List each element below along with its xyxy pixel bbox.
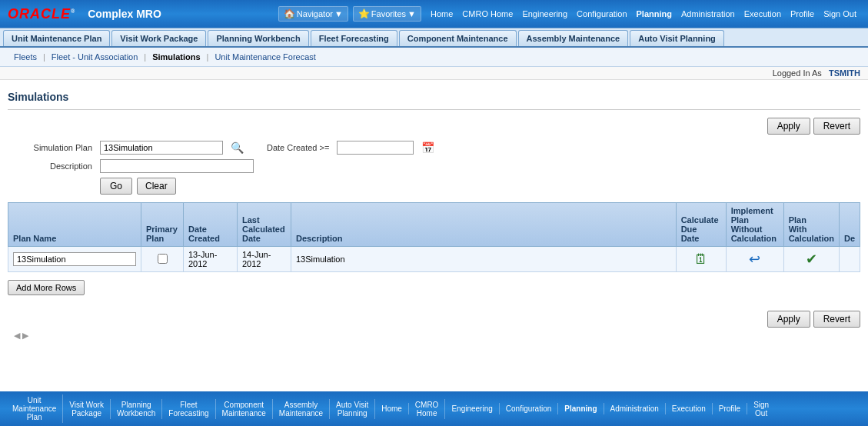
implement-without-icon[interactable]: ↩ [749,251,760,268]
tab-planning-workbench[interactable]: Planning Workbench [208,30,308,46]
simulations-table: Plan Name Primary Plan Date Created Last… [8,202,860,272]
col-description: Description [291,203,677,247]
table-header-row: Plan Name Primary Plan Date Created Last… [8,203,860,247]
go-button[interactable]: Go [100,178,132,195]
date-created-input[interactable] [337,141,414,155]
nav-profile[interactable]: Profile [787,8,818,20]
table-row: 13-Jun-2012 14-Jun-2012 13Simulation 🗓 ↩… [8,247,860,272]
search-buttons: Go Clear [8,178,860,195]
search-row-description: Description [8,159,860,173]
nav-administration[interactable]: Administration [677,8,739,20]
cell-last-calculated: 14-Jun-2012 [238,247,291,272]
apply-button-bottom[interactable]: Apply [767,311,810,328]
cell-de [839,247,860,272]
nav-engineering[interactable]: Engineering [518,8,571,20]
clear-button[interactable]: Clear [137,178,176,195]
revert-button-top[interactable]: Revert [813,118,860,135]
logged-in-user[interactable]: TSMITH [829,68,860,78]
sub-nav-unit-maintenance-forecast[interactable]: Unit Maintenance Forecast [208,51,321,63]
col-plan-name: Plan Name [8,203,141,247]
nav-sign-out[interactable]: Sign Out [820,8,860,20]
simulation-plan-label: Simulation Plan [8,143,92,152]
nav-cmro-home[interactable]: CMRO Home [458,8,517,20]
page-title: Simulations [8,88,860,110]
nav-execution[interactable]: Execution [740,8,785,20]
nav-planning[interactable]: Planning [633,8,676,20]
primary-plan-checkbox[interactable] [158,254,168,264]
logged-in-bar: Logged In As TSMITH [0,67,868,80]
date-created-label: Date Created >= [267,143,329,152]
implement-with-icon[interactable]: ✔ [806,251,817,268]
scroll-hint: ◀ ▶ [8,328,860,344]
tab-fleet-forecasting[interactable]: Fleet Forecasting [311,30,397,46]
tab-visit-work-package[interactable]: Visit Work Package [111,30,206,46]
revert-button-bottom[interactable]: Revert [813,311,860,328]
nav-home[interactable]: Home [427,8,457,20]
bottom-actions: Apply Revert [8,311,860,328]
search-row-plan: Simulation Plan 🔍 Date Created >= 📅 [8,141,860,155]
logged-in-label: Logged In As [773,68,822,78]
tab-bar: Unit Maintenance Plan Visit Work Package… [0,28,868,48]
cell-description: 13Simulation [291,247,677,272]
cell-impl-with: ✔ [783,247,839,272]
top-nav-menu: 🏠 Navigator ▼ ⭐ Favorites ▼ Home CMRO Ho… [278,6,860,22]
plan-name-input[interactable] [13,252,136,266]
sub-nav-fleet-unit-association[interactable]: Fleet - Unit Association [45,51,145,63]
nav-configuration[interactable]: Configuration [573,8,630,20]
main-content: Simulations Apply Revert Simulation Plan… [0,80,868,351]
tab-auto-visit-planning[interactable]: Auto Visit Planning [630,30,724,46]
app-title: Complex MRO [88,8,271,20]
search-form: Simulation Plan 🔍 Date Created >= 📅 Desc… [8,141,860,195]
simulation-plan-input[interactable] [100,141,223,155]
col-last-calculated-date: LastCalculatedDate [238,203,291,247]
calendar-icon[interactable]: 📅 [421,141,434,154]
top-actions: Apply Revert [8,118,860,135]
col-date-created: Date Created [184,203,238,247]
description-input[interactable] [100,159,254,173]
cell-primary-plan[interactable] [141,247,184,272]
cell-calc-due-date: 🗓 [676,247,726,272]
oracle-logo: ORACLE® [8,6,75,22]
navigator-menu[interactable]: 🏠 Navigator ▼ [278,6,348,22]
col-calc-due-date: CalculateDueDate [676,203,726,247]
col-impl-with: PlanWithCalculation [783,203,839,247]
col-de: De [839,203,860,247]
tab-assembly-maintenance[interactable]: Assembly Maintenance [518,30,629,46]
tab-unit-maintenance-plan[interactable]: Unit Maintenance Plan [3,30,110,46]
col-primary-plan: Primary Plan [141,203,184,247]
apply-button-top[interactable]: Apply [767,118,810,135]
app-header: ORACLE® Complex MRO 🏠 Navigator ▼ ⭐ Favo… [0,0,868,28]
tab-component-maintenance[interactable]: Component Maintenance [399,30,517,46]
cell-impl-without: ↩ [726,247,783,272]
cell-date-created: 13-Jun-2012 [184,247,238,272]
favorites-menu[interactable]: ⭐ Favorites ▼ [353,6,421,22]
sub-nav-simulations[interactable]: Simulations [146,51,206,63]
add-more-rows-button[interactable]: Add More Rows [8,280,85,295]
calc-due-date-icon[interactable]: 🗓 [694,251,708,268]
col-impl-without: Implement PlanWithoutCalculation [726,203,783,247]
cell-plan-name [8,247,141,272]
sub-nav: Fleets | Fleet - Unit Association | Simu… [0,48,868,67]
search-icon[interactable]: 🔍 [231,141,244,154]
sub-nav-fleets[interactable]: Fleets [8,51,43,63]
description-label: Description [8,161,92,171]
